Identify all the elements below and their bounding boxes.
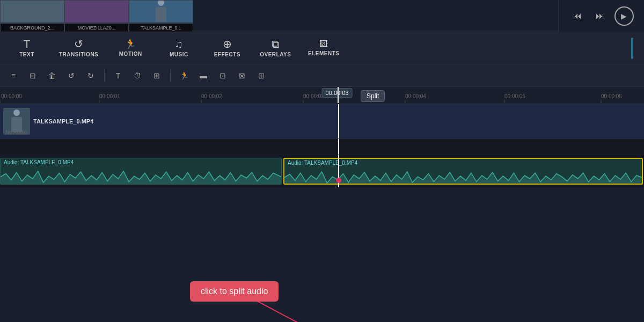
- thumb-bars-1: [29, 1, 36, 22]
- audio-segment-1[interactable]: Audio: TALKSAMPLE_0.MP4: [0, 158, 282, 185]
- tool-text[interactable]: T TEXT: [11, 39, 43, 57]
- prev-frame-button[interactable]: ⏮: [569, 8, 586, 24]
- ruler-mark-2: 00:00:02: [201, 93, 222, 99]
- filter-button[interactable]: ≡: [5, 68, 21, 84]
- trim-btn[interactable]: ⊠: [234, 68, 250, 84]
- timeline-ruler: 00:00:00 00:00:01 00:00:02 00:00:03 00:0…: [0, 87, 644, 104]
- thumb-label-3: TALKSAMPLE_0...: [129, 24, 193, 32]
- text-label: TEXT: [19, 52, 34, 57]
- tool-overlays[interactable]: ⧉ OVERLAYS: [259, 39, 291, 57]
- thumb-label-2: MOVIEZILLA20...: [65, 24, 128, 32]
- overlays-label: OVERLAYS: [260, 52, 291, 57]
- person-head: [158, 0, 164, 6]
- thumb-label-1: BACKGROUND_2...: [1, 24, 64, 32]
- playhead-video: [338, 104, 339, 138]
- split-audio-tooltip[interactable]: click to split audio: [190, 281, 279, 302]
- overlays-icon: ⧉: [272, 39, 279, 49]
- media-thumb-3[interactable]: TALKSAMPLE_0...: [129, 0, 193, 32]
- player-side: ⏮ ⏭ ▶: [558, 0, 644, 32]
- ruler-mark-0: 00:00:00: [1, 93, 22, 99]
- play-button[interactable]: ▶: [614, 6, 634, 26]
- motion-btn[interactable]: 🏃: [176, 68, 192, 84]
- tools-bar: T TEXT ↺ TRANSITIONS 🏃 MOTION ♫ MUSIC ⊕ …: [0, 32, 644, 64]
- ruler-mark-4: 00:00:04: [405, 93, 426, 99]
- overlay-btn[interactable]: ▬: [195, 68, 211, 84]
- split-tooltip: Split: [361, 90, 385, 102]
- media-browser: BACKGROUND_2... MOVIEZILLA20...: [0, 0, 558, 32]
- thumb-bars-2: [94, 1, 100, 22]
- transitions-icon: ↺: [74, 39, 83, 49]
- person-body: [156, 7, 166, 22]
- waveform-1: [1, 167, 281, 185]
- main-layout: BACKGROUND_2... MOVIEZILLA20...: [0, 0, 644, 322]
- media-thumb-1[interactable]: BACKGROUND_2...: [0, 0, 64, 32]
- mask-btn[interactable]: ⊡: [215, 68, 231, 84]
- effects-icon: ⊕: [223, 39, 232, 49]
- tool-transitions[interactable]: ↺ TRANSITIONS: [59, 39, 98, 57]
- audio-seg-label-1: Audio: TALKSAMPLE_0.MP4: [1, 158, 281, 166]
- divider-2: [170, 69, 171, 82]
- text-icon: T: [24, 39, 30, 49]
- split-audio-label: click to split audio: [201, 287, 268, 296]
- elements-icon: 🖼: [319, 40, 328, 48]
- track-gap: [0, 139, 644, 155]
- media-browser-empty: [193, 0, 558, 32]
- audio-track-container: Audio: TALKSAMPLE_0.MP4 Audio: TALKSAMPL…: [0, 155, 644, 187]
- thumb-img-2: [65, 1, 128, 23]
- redo-button[interactable]: ↻: [83, 68, 99, 84]
- ruler-mark-6: 00:00:06: [601, 93, 622, 99]
- video-track-label: TALKSAMPLE_0.MP4: [33, 118, 93, 125]
- split-point-dot: [336, 178, 341, 183]
- tool-motion[interactable]: 🏃 MOTION: [114, 39, 147, 57]
- copy-button[interactable]: ⊟: [25, 68, 41, 84]
- motion-label: MOTION: [119, 51, 142, 57]
- thumb-img-1: [1, 1, 64, 23]
- tool-effects[interactable]: ⊕ EFFECTS: [211, 39, 243, 57]
- grid-btn[interactable]: ⊞: [253, 68, 269, 84]
- text-tool-button[interactable]: T: [110, 68, 126, 84]
- timing-button[interactable]: ⏱: [129, 68, 145, 84]
- music-label: MUSIC: [170, 52, 188, 57]
- playhead-gap: [338, 139, 339, 155]
- playhead-time-label: 00:00:03: [322, 88, 353, 98]
- crop-button[interactable]: ⊞: [149, 68, 165, 84]
- player-controls: ⏮ ⏭ ▶: [569, 6, 634, 26]
- no-audio-label: No Audio: [5, 129, 27, 135]
- tool-music[interactable]: ♫ MUSIC: [163, 39, 195, 57]
- person-silhouette: [153, 0, 169, 23]
- motion-icon: 🏃: [125, 39, 136, 49]
- track-person-head: [13, 109, 20, 116]
- delete-button[interactable]: 🗑: [44, 68, 60, 84]
- transitions-label: TRANSITIONS: [59, 52, 98, 57]
- ruler-mark-5: 00:00:05: [504, 93, 525, 99]
- edit-toolbar: ≡ ⊟ 🗑 ↺ ↻ T ⏱ ⊞ 🏃 ▬ ⊡ ⊠ ⊞: [0, 64, 644, 87]
- undo-button[interactable]: ↺: [63, 68, 79, 84]
- elements-label: ELEMENTS: [308, 50, 339, 56]
- music-icon: ♫: [175, 39, 183, 49]
- timeline-wrapper: 00:00:00 00:00:01 00:00:02 00:00:03 00:0…: [0, 87, 644, 322]
- video-track[interactable]: TALKSAMPLE_0.MP4 No Audio: [0, 104, 644, 139]
- tool-elements[interactable]: 🖼 ELEMENTS: [308, 40, 340, 56]
- scroll-indicator[interactable]: [631, 38, 633, 59]
- next-frame-button[interactable]: ⏭: [592, 8, 608, 24]
- effects-label: EFFECTS: [214, 52, 240, 57]
- ruler-mark-3: 00:00:03: [303, 93, 324, 99]
- media-thumb-2[interactable]: MOVIEZILLA20...: [64, 0, 129, 32]
- ruler-mark-1: 00:00:01: [99, 93, 120, 99]
- thumb-img-3: [129, 1, 193, 23]
- top-section: BACKGROUND_2... MOVIEZILLA20...: [0, 0, 644, 32]
- divider-1: [104, 69, 105, 82]
